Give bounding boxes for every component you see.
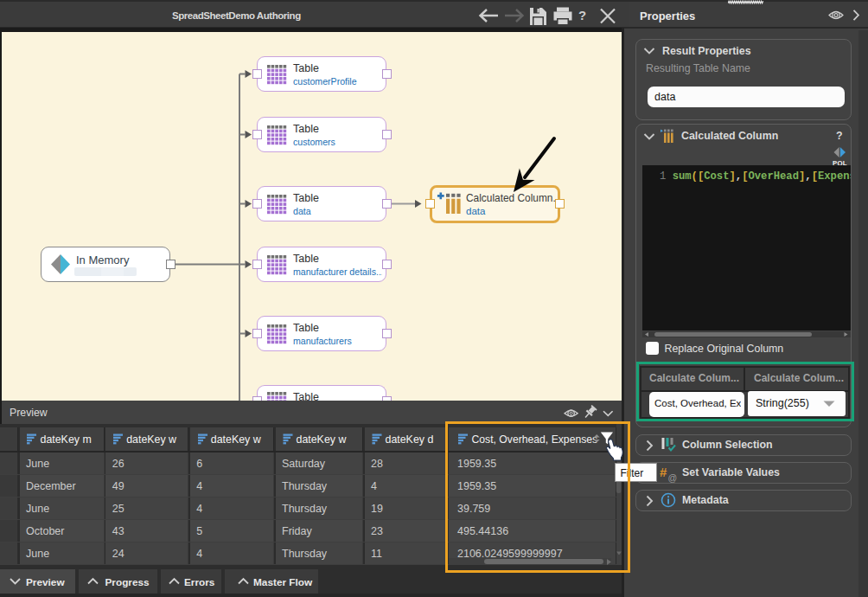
svg-text:#: # bbox=[660, 465, 667, 479]
svg-text:@: @ bbox=[668, 472, 678, 483]
